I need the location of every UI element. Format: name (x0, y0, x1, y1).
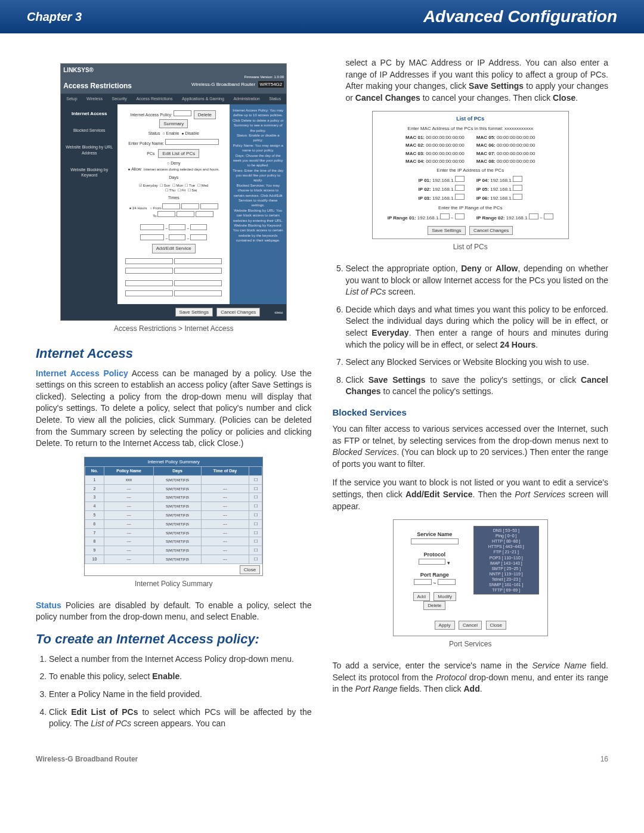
figure-caption: Port Services (333, 639, 609, 649)
figure-caption: Access Restrictions > Internet Access (36, 324, 312, 334)
footer-product: Wireless-G Broadband Router (36, 755, 138, 763)
tab-row: SetupWirelessSecurityAccess Restrictions… (61, 94, 286, 104)
steps-5-8: Select the appropriate option, Deny or A… (333, 263, 609, 398)
chapter-label: Chapter 3 (27, 10, 82, 24)
heading-internet-access: Internet Access (36, 345, 312, 363)
heading-create-policy: To create an Internet Access policy: (36, 630, 312, 649)
para-blocked-2: If the service you want to block is not … (333, 477, 609, 512)
section-title: Access Restrictions (63, 81, 132, 91)
edit-list-button[interactable]: Edit List of PCs (158, 149, 199, 158)
para-blocked-1: You can filter access to various service… (333, 423, 609, 470)
screenshot-access-restrictions: LINKSYS® Firmware Version: 1.0.00 Access… (60, 63, 287, 321)
step-4-continued: select a PC by MAC Address or IP Address… (333, 57, 609, 104)
screenshot-list-of-pcs: List of PCs Enter MAC Address of the PCs… (372, 111, 569, 239)
page-footer: Wireless-G Broadband Router 16 (0, 755, 644, 781)
page-number: 16 (600, 755, 608, 763)
summary-button[interactable]: Summary (159, 119, 188, 128)
screenshot-port-services: Service Name Protocol ▾ Port Range ~ Add… (393, 519, 548, 636)
screenshot-policy-summary: Internet Policy Summary No.Policy NameDa… (84, 457, 263, 576)
page-header: Chapter 3 Advanced Configuration (0, 0, 644, 33)
heading-blocked-services: Blocked Services (333, 406, 609, 419)
para-add-service: To add a service, enter the service's na… (333, 660, 609, 695)
para-internet-policy: Internet Access Policy Access can be man… (36, 368, 312, 450)
delete-button[interactable]: Delete (194, 110, 216, 119)
page-title: Advanced Configuration (423, 7, 617, 26)
steps-1-4: Select a number from the Internet Access… (36, 654, 312, 730)
left-column: LINKSYS® Firmware Version: 1.0.00 Access… (36, 57, 312, 737)
figure-caption: List of PCs (333, 242, 609, 252)
cancel-changes-button[interactable]: Cancel Changes (216, 308, 260, 317)
save-settings-button[interactable]: Save Settings (175, 308, 213, 317)
para-status: Status Policies are disabled by default.… (36, 600, 312, 623)
right-column: select a PC by MAC Address or IP Address… (333, 57, 609, 737)
figure-caption: Internet Policy Summary (36, 579, 312, 589)
